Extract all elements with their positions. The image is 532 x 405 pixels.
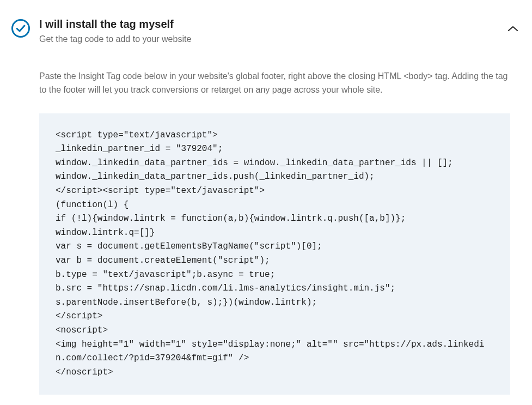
accordion-header[interactable]: I will install the tag myself Get the ta… bbox=[11, 16, 521, 46]
chevron-up-icon[interactable] bbox=[505, 21, 521, 37]
svg-point-0 bbox=[13, 20, 29, 37]
accordion-content: Paste the Insight Tag code below in your… bbox=[39, 70, 521, 395]
section-title: I will install the tag myself bbox=[39, 16, 496, 32]
header-text-block: I will install the tag myself Get the ta… bbox=[39, 16, 496, 46]
code-snippet-block[interactable]: <script type="text/javascript"> _linkedi… bbox=[39, 113, 510, 395]
instructions-text: Paste the Insight Tag code below in your… bbox=[39, 70, 510, 97]
check-circle-icon bbox=[11, 19, 30, 38]
section-subtitle: Get the tag code to add to your website bbox=[39, 33, 496, 46]
